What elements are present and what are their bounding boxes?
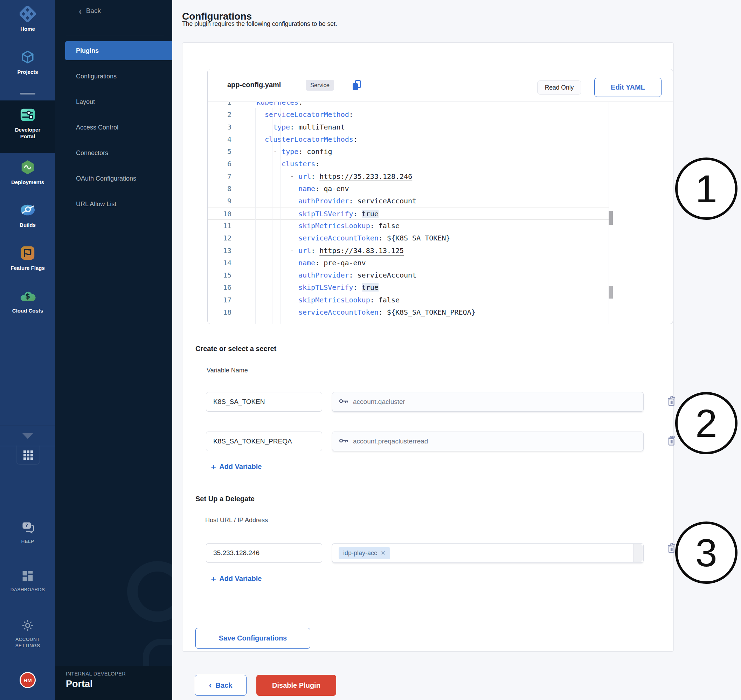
edit-yaml-button[interactable]: Edit YAML [594, 78, 661, 97]
page-subtitle: The plugin requires the following config… [182, 20, 337, 28]
sidebar-item-deployments[interactable]: Deployments [0, 159, 55, 185]
yaml-editor-card: 1kubernetes:2serviceLocatorMethod:3type:… [207, 69, 673, 324]
key-icon [339, 397, 348, 407]
line-number: 2 [208, 109, 241, 121]
code-text: name: qa-env [241, 183, 349, 195]
code-text: skipMetricsLookup: false [241, 294, 399, 306]
disable-plugin-button[interactable]: Disable Plugin [256, 675, 336, 696]
copy-icon[interactable] [351, 79, 363, 92]
secret-value: account.preqaclusterread [353, 437, 428, 445]
dashboards-icon [21, 570, 34, 584]
code-line-9: 9authProvider: serviceAccount [208, 195, 608, 207]
code-line-14: 14name: pre-qa-env [208, 257, 608, 269]
menu-item-layout[interactable]: Layout [65, 93, 172, 111]
menu-item-connectors[interactable]: Connectors [65, 144, 172, 162]
add-variable-label: Add Variable [219, 463, 262, 471]
gear-icon [21, 619, 34, 634]
menu-item-configurations[interactable]: Configurations [65, 67, 172, 86]
delegate-tag-chip[interactable]: idp-play-acc ✕ [339, 547, 390, 559]
delete-variable-row-icon[interactable] [666, 434, 677, 447]
sidebar-item-builds[interactable]: Builds [0, 201, 55, 228]
sidebar-item-label: ACCOUNT SETTINGS [15, 636, 40, 649]
code-text: skipTLSVerify: true [241, 208, 379, 219]
line-number: 7 [208, 171, 241, 183]
save-configurations-button[interactable]: Save Configurations [195, 628, 310, 649]
variable-name-input[interactable]: K8S_SA_TOKEN_PREQA [206, 432, 322, 451]
code-line-4: 4clusterLocatorMethods: [208, 133, 608, 146]
code-text: type: multiTenant [241, 121, 345, 133]
help-icon: ? [21, 521, 35, 535]
secrets-heading: Create or select a secret [195, 345, 276, 353]
menu-item-oauth-configurations[interactable]: OAuth Configurations [65, 169, 172, 188]
code-line-3: 3type: multiTenant [208, 121, 608, 133]
line-number: 8 [208, 183, 241, 195]
line-number: 13 [208, 245, 241, 257]
code-text: authProvider: serviceAccount [241, 195, 416, 207]
code-line-2: 2serviceLocatorMethod: [208, 109, 608, 121]
sidebar-item-help[interactable]: ? HELP [0, 521, 55, 545]
delete-variable-row-icon[interactable] [666, 395, 677, 407]
sidebar-item-label: Builds [20, 222, 36, 228]
annotation-circle-3: 3 [675, 522, 738, 584]
host-url-input[interactable]: 35.233.128.246 [206, 543, 322, 563]
sidebar-item-feature-flags[interactable]: Feature Flags [0, 245, 55, 271]
sidebar-item-dashboards[interactable]: DASHBOARDS [0, 570, 55, 593]
add-variable-label: Add Variable [219, 575, 262, 583]
plus-icon: + [211, 575, 216, 582]
sidebar-item-label: Projects [17, 69, 38, 75]
sidebar-item-cloud-costs[interactable]: $ Cloud Costs [0, 287, 55, 314]
sidebar-item-label: HELP [21, 538, 34, 545]
code-line-7: 7- url: https://35.233.128.246 [208, 171, 608, 183]
secondary-sidebar: ‹ Back PluginsConfigurationsLayoutAccess… [55, 0, 172, 700]
sidebar-item-label: Home [20, 25, 35, 32]
app-launcher-button[interactable] [16, 446, 40, 465]
file-name: app-config.yaml [227, 81, 281, 89]
sidebar-item-projects[interactable]: Projects [0, 49, 55, 75]
line-number: 9 [208, 195, 241, 207]
avatar[interactable]: HM [20, 672, 36, 688]
sidebar-item-developer-portal[interactable]: Developer Portal [0, 106, 55, 140]
indent-guide [280, 108, 281, 324]
code-line-6: 6clusters: [208, 158, 608, 170]
secret-select-input[interactable]: account.preqaclusterread [332, 432, 644, 451]
decorative-ring [127, 561, 172, 622]
line-number: 6 [208, 158, 241, 170]
code-line-12: 12serviceAccountToken: ${K8S_SA_TOKEN} [208, 232, 608, 244]
code-line-15: 15authProvider: serviceAccount [208, 269, 608, 281]
delegate-tags-input[interactable]: idp-play-acc ✕ [332, 543, 644, 563]
variable-name-input[interactable]: K8S_SA_TOKEN [206, 392, 322, 412]
menu-back-link[interactable]: ‹ Back [79, 6, 101, 15]
code-text: serviceLocatorMethod: [241, 109, 354, 121]
annotation-circle-1: 1 [675, 157, 738, 220]
code-text: skipMetricsLookup: false [241, 220, 399, 232]
menu-item-plugins[interactable]: Plugins [65, 41, 172, 60]
line-number: 3 [208, 121, 241, 133]
line-number: 17 [208, 294, 241, 306]
secret-select-input[interactable]: account.qacluster [332, 392, 644, 412]
editor-scrollbar-marker [608, 286, 613, 299]
brand-eyebrow: INTERNAL DEVELOPER [66, 671, 126, 676]
indent-guide [264, 108, 264, 324]
indent-guide [255, 108, 256, 324]
line-number: 14 [208, 257, 241, 269]
sidebar-collapse-button[interactable] [0, 426, 55, 446]
nav-section-divider [20, 93, 35, 94]
sidebar-item-label: Feature Flags [10, 265, 45, 271]
add-variable-button-secrets[interactable]: + Add Variable [211, 463, 262, 471]
sidebar-item-home[interactable]: Home [0, 6, 55, 32]
host-url-value: 35.233.128.246 [213, 549, 259, 557]
back-button[interactable]: ‹ Back [195, 675, 246, 696]
menu-item-access-control[interactable]: Access Control [65, 118, 172, 137]
editor-scrollbar-thumb[interactable] [608, 211, 613, 225]
line-number: 12 [208, 232, 241, 244]
delegate-heading: Set Up a Delegate [195, 495, 255, 503]
sidebar-item-account-settings[interactable]: ACCOUNT SETTINGS [0, 619, 55, 649]
add-variable-button-delegate[interactable]: + Add Variable [211, 575, 262, 583]
line-number: 5 [208, 146, 241, 158]
yaml-code-viewport[interactable]: 1kubernetes:2serviceLocatorMethod:3type:… [208, 101, 608, 324]
menu-item-url-allow-list[interactable]: URL Allow List [65, 195, 172, 213]
remove-tag-icon[interactable]: ✕ [381, 550, 386, 557]
variable-name-label: Variable Name [206, 367, 248, 374]
code-line-11: 11skipMetricsLookup: false [208, 220, 608, 232]
brand-footer: INTERNAL DEVELOPER Portal [55, 666, 172, 700]
